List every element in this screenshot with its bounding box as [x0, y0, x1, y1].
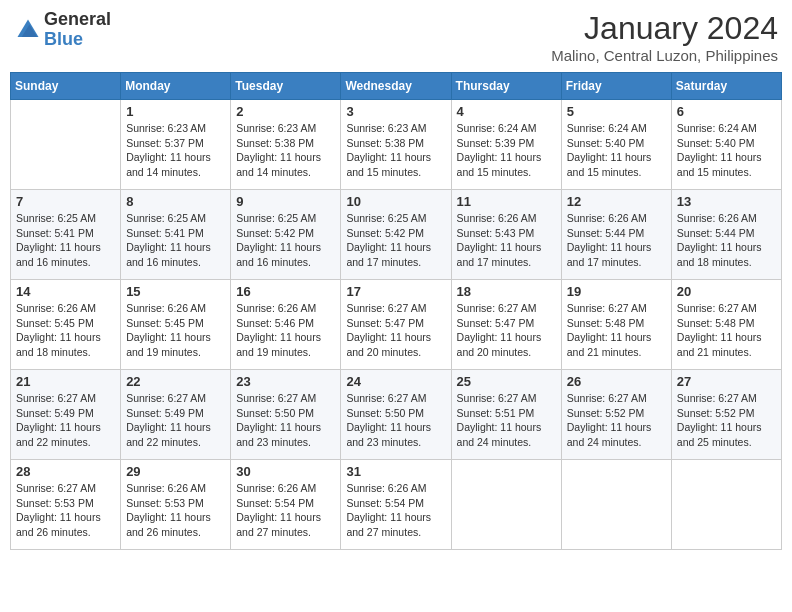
weekday-header-saturday: Saturday: [671, 73, 781, 100]
calendar-cell: 2Sunrise: 6:23 AM Sunset: 5:38 PM Daylig…: [231, 100, 341, 190]
day-number: 23: [236, 374, 335, 389]
day-number: 9: [236, 194, 335, 209]
logo-blue-text: Blue: [44, 29, 83, 49]
day-number: 12: [567, 194, 666, 209]
cell-info: Sunrise: 6:27 AM Sunset: 5:49 PM Dayligh…: [16, 391, 115, 450]
cell-info: Sunrise: 6:23 AM Sunset: 5:38 PM Dayligh…: [236, 121, 335, 180]
calendar-cell: 15Sunrise: 6:26 AM Sunset: 5:45 PM Dayli…: [121, 280, 231, 370]
calendar-cell: 12Sunrise: 6:26 AM Sunset: 5:44 PM Dayli…: [561, 190, 671, 280]
calendar-cell: 27Sunrise: 6:27 AM Sunset: 5:52 PM Dayli…: [671, 370, 781, 460]
calendar-cell: [561, 460, 671, 550]
calendar-cell: 26Sunrise: 6:27 AM Sunset: 5:52 PM Dayli…: [561, 370, 671, 460]
cell-info: Sunrise: 6:25 AM Sunset: 5:42 PM Dayligh…: [236, 211, 335, 270]
calendar-cell: 1Sunrise: 6:23 AM Sunset: 5:37 PM Daylig…: [121, 100, 231, 190]
cell-info: Sunrise: 6:24 AM Sunset: 5:40 PM Dayligh…: [677, 121, 776, 180]
cell-info: Sunrise: 6:23 AM Sunset: 5:38 PM Dayligh…: [346, 121, 445, 180]
calendar-cell: 11Sunrise: 6:26 AM Sunset: 5:43 PM Dayli…: [451, 190, 561, 280]
title-block: January 2024 Malino, Central Luzon, Phil…: [551, 10, 778, 64]
day-number: 15: [126, 284, 225, 299]
day-number: 16: [236, 284, 335, 299]
cell-info: Sunrise: 6:25 AM Sunset: 5:41 PM Dayligh…: [126, 211, 225, 270]
calendar-cell: 25Sunrise: 6:27 AM Sunset: 5:51 PM Dayli…: [451, 370, 561, 460]
day-number: 19: [567, 284, 666, 299]
weekday-header-thursday: Thursday: [451, 73, 561, 100]
calendar-cell: 14Sunrise: 6:26 AM Sunset: 5:45 PM Dayli…: [11, 280, 121, 370]
calendar-cell: 28Sunrise: 6:27 AM Sunset: 5:53 PM Dayli…: [11, 460, 121, 550]
logo-icon: [14, 16, 42, 44]
cell-info: Sunrise: 6:27 AM Sunset: 5:47 PM Dayligh…: [457, 301, 556, 360]
weekday-header-wednesday: Wednesday: [341, 73, 451, 100]
calendar-cell: 5Sunrise: 6:24 AM Sunset: 5:40 PM Daylig…: [561, 100, 671, 190]
calendar-cell: 8Sunrise: 6:25 AM Sunset: 5:41 PM Daylig…: [121, 190, 231, 280]
calendar-cell: [11, 100, 121, 190]
day-number: 26: [567, 374, 666, 389]
calendar-cell: 4Sunrise: 6:24 AM Sunset: 5:39 PM Daylig…: [451, 100, 561, 190]
calendar-cell: 16Sunrise: 6:26 AM Sunset: 5:46 PM Dayli…: [231, 280, 341, 370]
day-number: 20: [677, 284, 776, 299]
cell-info: Sunrise: 6:27 AM Sunset: 5:52 PM Dayligh…: [567, 391, 666, 450]
calendar-cell: 3Sunrise: 6:23 AM Sunset: 5:38 PM Daylig…: [341, 100, 451, 190]
day-number: 27: [677, 374, 776, 389]
calendar-cell: 10Sunrise: 6:25 AM Sunset: 5:42 PM Dayli…: [341, 190, 451, 280]
day-number: 1: [126, 104, 225, 119]
day-number: 28: [16, 464, 115, 479]
logo-general-text: General: [44, 9, 111, 29]
day-number: 21: [16, 374, 115, 389]
cell-info: Sunrise: 6:27 AM Sunset: 5:51 PM Dayligh…: [457, 391, 556, 450]
page-header: General Blue January 2024 Malino, Centra…: [10, 10, 782, 64]
day-number: 29: [126, 464, 225, 479]
day-number: 10: [346, 194, 445, 209]
cell-info: Sunrise: 6:25 AM Sunset: 5:41 PM Dayligh…: [16, 211, 115, 270]
calendar-cell: [671, 460, 781, 550]
day-number: 17: [346, 284, 445, 299]
calendar-cell: 13Sunrise: 6:26 AM Sunset: 5:44 PM Dayli…: [671, 190, 781, 280]
location-title: Malino, Central Luzon, Philippines: [551, 47, 778, 64]
cell-info: Sunrise: 6:26 AM Sunset: 5:46 PM Dayligh…: [236, 301, 335, 360]
calendar-cell: 24Sunrise: 6:27 AM Sunset: 5:50 PM Dayli…: [341, 370, 451, 460]
cell-info: Sunrise: 6:27 AM Sunset: 5:48 PM Dayligh…: [567, 301, 666, 360]
cell-info: Sunrise: 6:26 AM Sunset: 5:43 PM Dayligh…: [457, 211, 556, 270]
day-number: 6: [677, 104, 776, 119]
day-number: 11: [457, 194, 556, 209]
day-number: 3: [346, 104, 445, 119]
calendar-cell: 22Sunrise: 6:27 AM Sunset: 5:49 PM Dayli…: [121, 370, 231, 460]
calendar-cell: 21Sunrise: 6:27 AM Sunset: 5:49 PM Dayli…: [11, 370, 121, 460]
day-number: 13: [677, 194, 776, 209]
cell-info: Sunrise: 6:27 AM Sunset: 5:48 PM Dayligh…: [677, 301, 776, 360]
cell-info: Sunrise: 6:23 AM Sunset: 5:37 PM Dayligh…: [126, 121, 225, 180]
cell-info: Sunrise: 6:27 AM Sunset: 5:49 PM Dayligh…: [126, 391, 225, 450]
day-number: 22: [126, 374, 225, 389]
calendar-cell: 9Sunrise: 6:25 AM Sunset: 5:42 PM Daylig…: [231, 190, 341, 280]
calendar-cell: 7Sunrise: 6:25 AM Sunset: 5:41 PM Daylig…: [11, 190, 121, 280]
day-number: 31: [346, 464, 445, 479]
calendar-cell: 19Sunrise: 6:27 AM Sunset: 5:48 PM Dayli…: [561, 280, 671, 370]
calendar-cell: 17Sunrise: 6:27 AM Sunset: 5:47 PM Dayli…: [341, 280, 451, 370]
calendar-cell: 31Sunrise: 6:26 AM Sunset: 5:54 PM Dayli…: [341, 460, 451, 550]
day-number: 5: [567, 104, 666, 119]
cell-info: Sunrise: 6:26 AM Sunset: 5:45 PM Dayligh…: [16, 301, 115, 360]
day-number: 8: [126, 194, 225, 209]
cell-info: Sunrise: 6:27 AM Sunset: 5:47 PM Dayligh…: [346, 301, 445, 360]
calendar-table: SundayMondayTuesdayWednesdayThursdayFrid…: [10, 72, 782, 550]
calendar-cell: 18Sunrise: 6:27 AM Sunset: 5:47 PM Dayli…: [451, 280, 561, 370]
cell-info: Sunrise: 6:26 AM Sunset: 5:53 PM Dayligh…: [126, 481, 225, 540]
month-title: January 2024: [551, 10, 778, 47]
cell-info: Sunrise: 6:26 AM Sunset: 5:54 PM Dayligh…: [346, 481, 445, 540]
weekday-header-monday: Monday: [121, 73, 231, 100]
day-number: 7: [16, 194, 115, 209]
cell-info: Sunrise: 6:27 AM Sunset: 5:52 PM Dayligh…: [677, 391, 776, 450]
calendar-cell: 29Sunrise: 6:26 AM Sunset: 5:53 PM Dayli…: [121, 460, 231, 550]
weekday-header-sunday: Sunday: [11, 73, 121, 100]
cell-info: Sunrise: 6:26 AM Sunset: 5:45 PM Dayligh…: [126, 301, 225, 360]
day-number: 2: [236, 104, 335, 119]
day-number: 30: [236, 464, 335, 479]
day-number: 14: [16, 284, 115, 299]
weekday-header-friday: Friday: [561, 73, 671, 100]
cell-info: Sunrise: 6:25 AM Sunset: 5:42 PM Dayligh…: [346, 211, 445, 270]
calendar-cell: 23Sunrise: 6:27 AM Sunset: 5:50 PM Dayli…: [231, 370, 341, 460]
cell-info: Sunrise: 6:26 AM Sunset: 5:44 PM Dayligh…: [677, 211, 776, 270]
cell-info: Sunrise: 6:27 AM Sunset: 5:53 PM Dayligh…: [16, 481, 115, 540]
day-number: 18: [457, 284, 556, 299]
calendar-cell: 20Sunrise: 6:27 AM Sunset: 5:48 PM Dayli…: [671, 280, 781, 370]
calendar-cell: 6Sunrise: 6:24 AM Sunset: 5:40 PM Daylig…: [671, 100, 781, 190]
